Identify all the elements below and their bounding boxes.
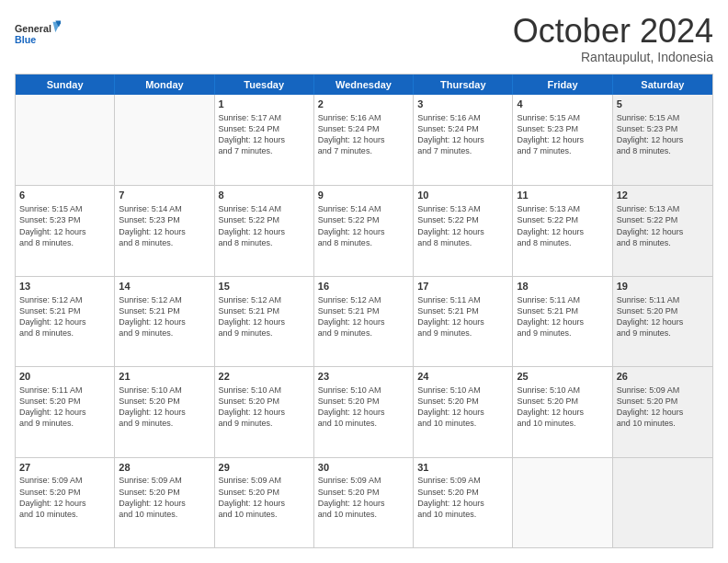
day-number: 2 bbox=[318, 98, 409, 111]
day-cell-28: 28 Sunrise: 5:09 AM Sunset: 5:20 PM Dayl… bbox=[115, 458, 214, 547]
sunset-text: Sunset: 5:20 PM bbox=[517, 396, 608, 407]
calendar-header: SundayMondayTuesdayWednesdayThursdayFrid… bbox=[16, 75, 712, 95]
sunrise-text: Sunrise: 5:13 AM bbox=[617, 203, 709, 214]
daylight-text: Daylight: 12 hours bbox=[517, 407, 608, 418]
day-number: 14 bbox=[119, 280, 210, 293]
sunset-text: Sunset: 5:21 PM bbox=[19, 305, 110, 316]
day-cell-1: 1 Sunrise: 5:17 AM Sunset: 5:24 PM Dayli… bbox=[215, 95, 314, 185]
sunrise-text: Sunrise: 5:12 AM bbox=[19, 294, 110, 305]
daylight-text: Daylight: 12 hours bbox=[417, 498, 508, 509]
sunrise-text: Sunrise: 5:10 AM bbox=[219, 385, 310, 396]
day-cell-15: 15 Sunrise: 5:12 AM Sunset: 5:21 PM Dayl… bbox=[215, 277, 314, 366]
daylight-text: Daylight: 12 hours bbox=[318, 498, 409, 509]
day-number: 19 bbox=[617, 280, 709, 293]
calendar-body: 1 Sunrise: 5:17 AM Sunset: 5:24 PM Dayli… bbox=[16, 95, 712, 547]
daylight-text2: and 8 minutes. bbox=[219, 237, 310, 248]
day-cell-2: 2 Sunrise: 5:16 AM Sunset: 5:24 PM Dayli… bbox=[314, 95, 414, 185]
sunset-text: Sunset: 5:22 PM bbox=[617, 214, 709, 225]
day-cell-25: 25 Sunrise: 5:10 AM Sunset: 5:20 PM Dayl… bbox=[513, 367, 612, 456]
weekday-header-sunday: Sunday bbox=[16, 75, 115, 95]
empty-cell-4-6 bbox=[613, 458, 712, 547]
day-number: 4 bbox=[517, 98, 608, 111]
calendar: SundayMondayTuesdayWednesdayThursdayFrid… bbox=[15, 74, 713, 548]
daylight-text2: and 10 minutes. bbox=[19, 509, 110, 520]
calendar-row-3: 13 Sunrise: 5:12 AM Sunset: 5:21 PM Dayl… bbox=[16, 276, 712, 366]
daylight-text: Daylight: 12 hours bbox=[318, 134, 409, 145]
sunrise-text: Sunrise: 5:10 AM bbox=[517, 385, 608, 396]
sunset-text: Sunset: 5:20 PM bbox=[417, 487, 508, 498]
calendar-row-4: 20 Sunrise: 5:11 AM Sunset: 5:20 PM Dayl… bbox=[16, 366, 712, 456]
day-cell-27: 27 Sunrise: 5:09 AM Sunset: 5:20 PM Dayl… bbox=[16, 458, 115, 547]
day-number: 7 bbox=[119, 189, 210, 202]
daylight-text: Daylight: 12 hours bbox=[417, 226, 508, 237]
daylight-text2: and 8 minutes. bbox=[19, 237, 110, 248]
day-number: 24 bbox=[417, 370, 508, 384]
daylight-text: Daylight: 12 hours bbox=[219, 316, 310, 327]
daylight-text2: and 9 minutes. bbox=[19, 418, 110, 429]
daylight-text: Daylight: 12 hours bbox=[318, 226, 409, 237]
daylight-text: Daylight: 12 hours bbox=[19, 316, 110, 327]
daylight-text2: and 7 minutes. bbox=[517, 145, 608, 156]
daylight-text: Daylight: 12 hours bbox=[617, 134, 709, 145]
day-number: 18 bbox=[517, 280, 608, 293]
daylight-text: Daylight: 12 hours bbox=[517, 226, 608, 237]
daylight-text: Daylight: 12 hours bbox=[119, 226, 210, 237]
daylight-text2: and 10 minutes. bbox=[318, 509, 409, 520]
weekday-header-tuesday: Tuesday bbox=[215, 75, 314, 95]
daylight-text: Daylight: 12 hours bbox=[219, 498, 310, 509]
empty-cell-4-5 bbox=[513, 458, 612, 547]
day-number: 13 bbox=[19, 280, 110, 293]
day-cell-29: 29 Sunrise: 5:09 AM Sunset: 5:20 PM Dayl… bbox=[215, 458, 314, 547]
sunset-text: Sunset: 5:20 PM bbox=[617, 396, 709, 407]
sunrise-text: Sunrise: 5:09 AM bbox=[417, 475, 508, 486]
day-cell-7: 7 Sunrise: 5:14 AM Sunset: 5:23 PM Dayli… bbox=[115, 186, 214, 275]
sunset-text: Sunset: 5:21 PM bbox=[119, 305, 210, 316]
daylight-text: Daylight: 12 hours bbox=[19, 226, 110, 237]
svg-text:General: General bbox=[15, 23, 51, 34]
day-cell-24: 24 Sunrise: 5:10 AM Sunset: 5:20 PM Dayl… bbox=[414, 367, 513, 456]
calendar-row-2: 6 Sunrise: 5:15 AM Sunset: 5:23 PM Dayli… bbox=[16, 185, 712, 275]
sunrise-text: Sunrise: 5:09 AM bbox=[318, 475, 409, 486]
sunset-text: Sunset: 5:22 PM bbox=[517, 214, 608, 225]
day-cell-11: 11 Sunrise: 5:13 AM Sunset: 5:22 PM Dayl… bbox=[513, 186, 612, 275]
day-number: 29 bbox=[219, 461, 310, 475]
day-cell-17: 17 Sunrise: 5:11 AM Sunset: 5:21 PM Dayl… bbox=[414, 277, 513, 366]
day-cell-30: 30 Sunrise: 5:09 AM Sunset: 5:20 PM Dayl… bbox=[314, 458, 414, 547]
daylight-text: Daylight: 12 hours bbox=[517, 316, 608, 327]
sunrise-text: Sunrise: 5:13 AM bbox=[417, 203, 508, 214]
sunset-text: Sunset: 5:20 PM bbox=[219, 396, 310, 407]
sunrise-text: Sunrise: 5:09 AM bbox=[219, 475, 310, 486]
sunset-text: Sunset: 5:22 PM bbox=[417, 214, 508, 225]
sunset-text: Sunset: 5:20 PM bbox=[119, 487, 210, 498]
sunset-text: Sunset: 5:20 PM bbox=[417, 396, 508, 407]
weekday-header-monday: Monday bbox=[115, 75, 214, 95]
day-cell-12: 12 Sunrise: 5:13 AM Sunset: 5:22 PM Dayl… bbox=[613, 186, 712, 275]
daylight-text: Daylight: 12 hours bbox=[318, 407, 409, 418]
sunset-text: Sunset: 5:20 PM bbox=[219, 487, 310, 498]
month-title: October 2024 bbox=[513, 15, 713, 48]
sunset-text: Sunset: 5:23 PM bbox=[517, 123, 608, 134]
svg-text:Blue: Blue bbox=[15, 34, 36, 45]
daylight-text2: and 8 minutes. bbox=[417, 237, 508, 248]
sunset-text: Sunset: 5:21 PM bbox=[417, 305, 508, 316]
daylight-text: Daylight: 12 hours bbox=[119, 316, 210, 327]
sunrise-text: Sunrise: 5:14 AM bbox=[318, 203, 409, 214]
day-number: 12 bbox=[617, 189, 709, 202]
empty-cell-0-0 bbox=[16, 95, 115, 185]
daylight-text: Daylight: 12 hours bbox=[517, 134, 608, 145]
day-cell-20: 20 Sunrise: 5:11 AM Sunset: 5:20 PM Dayl… bbox=[16, 367, 115, 456]
sunset-text: Sunset: 5:24 PM bbox=[318, 123, 409, 134]
sunrise-text: Sunrise: 5:14 AM bbox=[219, 203, 310, 214]
daylight-text: Daylight: 12 hours bbox=[119, 498, 210, 509]
daylight-text: Daylight: 12 hours bbox=[617, 316, 709, 327]
daylight-text: Daylight: 12 hours bbox=[219, 407, 310, 418]
sunset-text: Sunset: 5:20 PM bbox=[318, 396, 409, 407]
daylight-text2: and 9 minutes. bbox=[219, 327, 310, 339]
daylight-text: Daylight: 12 hours bbox=[417, 316, 508, 327]
sunrise-text: Sunrise: 5:10 AM bbox=[318, 385, 409, 396]
day-number: 8 bbox=[219, 189, 310, 202]
day-cell-19: 19 Sunrise: 5:11 AM Sunset: 5:20 PM Dayl… bbox=[613, 277, 712, 366]
sunset-text: Sunset: 5:23 PM bbox=[617, 123, 709, 134]
sunset-text: Sunset: 5:20 PM bbox=[19, 396, 110, 407]
daylight-text2: and 9 minutes. bbox=[617, 327, 709, 339]
